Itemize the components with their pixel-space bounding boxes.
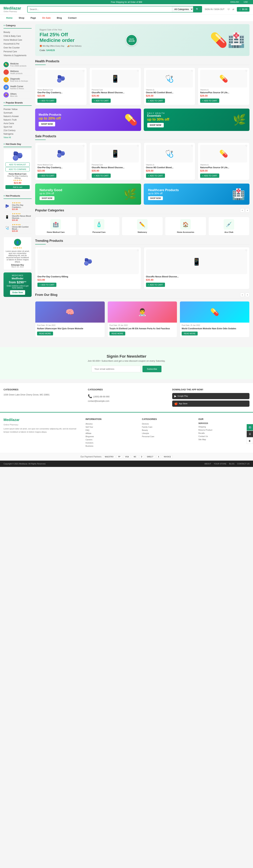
sale-add-cart-1[interactable]: + ADD TO CART xyxy=(92,174,111,178)
sale-add-cart-3[interactable]: + ADD TO CART xyxy=(200,174,219,178)
copyright-contact[interactable]: CONTACT US xyxy=(237,463,250,465)
footer-services-4[interactable]: Site Map xyxy=(198,438,250,441)
natural-shop-btn[interactable]: SHOP NOW xyxy=(40,196,55,200)
wishlist-0-btn[interactable]: ♡ xyxy=(82,69,85,72)
footer-cat-2[interactable]: Beauty xyxy=(142,429,193,432)
hot-deal-add-cart[interactable]: Add to cart xyxy=(5,185,30,189)
add-wishlist-button[interactable]: ADD TO WISHLIST xyxy=(5,162,30,167)
app-store-btn[interactable]: 🍎 App Store xyxy=(172,401,250,407)
medfinder-order-button[interactable]: Order Now xyxy=(10,290,25,295)
copyright-blog[interactable]: BLOG xyxy=(229,463,234,465)
add-cart-3-btn[interactable]: + ADD TO CART xyxy=(200,98,219,103)
add-cart-0-btn[interactable]: + ADD TO CART xyxy=(37,98,57,103)
blog-read-more-2[interactable]: READ MORE xyxy=(182,332,198,336)
footer-info-4[interactable]: Blognews xyxy=(85,435,137,438)
footer-cat-0[interactable]: Devices xyxy=(142,422,193,425)
menu-wellness[interactable]: ❤️ Wellness Health products xyxy=(3,68,32,76)
add-cart-1-btn[interactable]: + ADD TO CART xyxy=(92,98,111,103)
healthcare-shop-btn[interactable]: SHOP NOW xyxy=(148,196,163,200)
footer-info-2[interactable]: FAQ xyxy=(85,429,137,432)
menu-health-corner[interactable]: 🏥 Health Corner Nutrition & fitness xyxy=(3,84,32,91)
cat-personal[interactable]: Personal Care xyxy=(3,50,32,54)
footer-info-0[interactable]: Aboutus xyxy=(85,422,137,425)
footer-info-6[interactable]: Investors xyxy=(85,441,137,444)
copyright-store[interactable]: YOUR STORE xyxy=(214,463,226,465)
wishlist-2-btn[interactable]: ♡ xyxy=(191,69,193,72)
cat-stationery-card[interactable]: ✏️ Stationery xyxy=(122,217,163,236)
footer-services-2[interactable]: Recalls xyxy=(198,432,250,435)
footer-cat-4[interactable]: Personal Care xyxy=(142,435,193,438)
newsletter-input[interactable] xyxy=(92,366,141,372)
footer-services-1[interactable]: Returns Product xyxy=(198,428,250,432)
add-compare-button[interactable]: ADD TO COMPARE xyxy=(5,167,30,172)
medlife-shop-btn[interactable]: SHOP NOW xyxy=(39,122,55,126)
brand-3[interactable]: Nature's Truth xyxy=(3,118,32,122)
signin-link[interactable]: SIGN IN / SIGN OUT xyxy=(205,8,224,10)
cat-vitamins[interactable]: Vitamins & Supplements xyxy=(3,54,32,57)
cat-counter[interactable]: Over the Counter xyxy=(3,46,32,50)
cat-home-accessories-card[interactable]: 🏠 Home Accessories xyxy=(165,217,206,236)
nav-shop[interactable]: Shop xyxy=(16,14,27,21)
brand-7[interactable]: Natrogena xyxy=(3,132,32,136)
cart-button[interactable]: 🛒 $0.00 xyxy=(237,7,250,11)
wishlist-icon[interactable]: 🤍 xyxy=(227,8,230,10)
cat-personal-care-card[interactable]: 🧴 Personal Care xyxy=(78,217,119,236)
copyright-about[interactable]: ABOUT xyxy=(204,463,211,465)
blog-read-more-1[interactable]: READ MORE xyxy=(109,332,125,336)
nav-sale[interactable]: On Sale xyxy=(40,14,53,21)
cat-acu-chek-card[interactable]: 💉 Acu Chek xyxy=(208,217,250,236)
cat-household[interactable]: Household & Pet xyxy=(3,42,32,46)
footer-services-3[interactable]: Contact Us xyxy=(198,435,250,438)
footer-services-0[interactable]: Shipping xyxy=(198,425,250,428)
menu-others[interactable]: 📦 Others More info xyxy=(3,91,32,99)
add-cart-2-btn[interactable]: + ADD TO CART xyxy=(146,98,165,103)
categories-prev-arrow[interactable]: ‹ xyxy=(240,208,244,212)
footer-cat-3[interactable]: Lifestyle xyxy=(142,432,193,435)
footer-info-1[interactable]: Sell Your xyxy=(85,425,137,429)
sale-wishlist-2[interactable]: ♡ xyxy=(191,145,193,147)
nav-contact[interactable]: Contact xyxy=(65,14,79,21)
brand-view-all[interactable]: View All xyxy=(3,136,32,139)
footer-info-7[interactable]: Business xyxy=(85,444,137,447)
search-input[interactable] xyxy=(28,6,172,12)
sale-add-cart-2[interactable]: + ADD TO CART xyxy=(146,174,165,178)
google-play-btn[interactable]: ▶ Google Play xyxy=(172,393,250,399)
cat-home-medical[interactable]: Home Medical Care xyxy=(3,38,32,42)
footer-info-3[interactable]: Affilate xyxy=(85,432,137,435)
menu-diagnostic[interactable]: 🔬 Diagnostic Body tests & checkups xyxy=(3,76,32,84)
blog-prev-arrow[interactable]: ‹ xyxy=(240,293,244,297)
brand-0[interactable]: Premier Yellow xyxy=(3,107,32,111)
brand-4[interactable]: Aura Cacia xyxy=(3,122,32,125)
trending-wishlist-0[interactable]: ♡ xyxy=(137,249,139,252)
sale-wishlist-0[interactable]: ♡ xyxy=(82,145,85,147)
cat-home-medical-card[interactable]: 🏥 Home Medical Care xyxy=(35,217,76,236)
sale-add-cart-0[interactable]: + ADD TO CART xyxy=(37,174,57,178)
nav-blog[interactable]: Blog xyxy=(54,14,65,21)
contrast-button[interactable]: ◐ xyxy=(247,437,253,444)
category-select[interactable]: All Categories xyxy=(172,6,193,12)
menu-button[interactable]: ☰ xyxy=(247,431,253,437)
wishlist-3-btn[interactable]: ♡ xyxy=(245,69,248,72)
menu-medicine[interactable]: 💊 Medicine Free 20000 products xyxy=(3,61,32,68)
brand-6[interactable]: 21st Century xyxy=(3,129,32,132)
footer-info-5[interactable]: Careers xyxy=(85,438,137,441)
search-button[interactable]: 🔍 xyxy=(193,6,202,12)
nav-home[interactable]: Home xyxy=(3,14,15,21)
footer-cat-1[interactable]: Family Care xyxy=(142,425,193,429)
sale-wishlist-3[interactable]: ♡ xyxy=(245,145,248,147)
trending-add-cart-0[interactable]: + ADD TO CART xyxy=(37,283,57,287)
wishlist-1-btn[interactable]: ♡ xyxy=(137,69,139,72)
trending-add-cart-1[interactable]: + ADD TO CART xyxy=(146,283,165,287)
sale-wishlist-1[interactable]: ♡ xyxy=(137,145,139,147)
newsletter-subscribe-btn[interactable]: Subscribe xyxy=(143,366,161,372)
trending-wishlist-1[interactable]: ♡ xyxy=(245,249,248,252)
brand-1[interactable]: Summark xyxy=(3,111,32,115)
nav-page[interactable]: Page xyxy=(28,14,39,21)
categories-next-arrow[interactable]: › xyxy=(245,208,250,212)
brand-2[interactable]: Nature's Answer xyxy=(3,115,32,118)
blog-read-more-0[interactable]: READ MORE xyxy=(37,332,53,336)
cat-child[interactable]: Child & Baby Care xyxy=(3,34,32,38)
cat-beauty[interactable]: Beauty xyxy=(3,30,32,34)
brand-5[interactable]: Sport Aid xyxy=(3,125,32,129)
daily-shop-btn[interactable]: SHOP NOW xyxy=(147,123,164,127)
